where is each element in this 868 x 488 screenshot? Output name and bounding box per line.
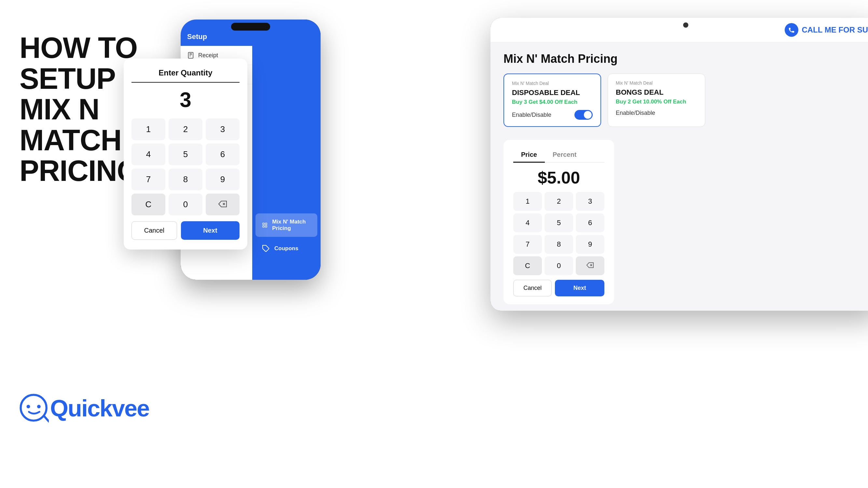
quantity-display: 3: [131, 88, 240, 112]
numpad-4[interactable]: 4: [131, 143, 165, 165]
deal-card-bongs[interactable]: Mix N' Match Deal BONGS DEAL Buy 2 Get 1…: [608, 73, 705, 127]
numpad-8[interactable]: 8: [168, 168, 203, 190]
deal-label-2: Mix N' Match Deal: [616, 80, 697, 86]
tablet-camera: [683, 23, 688, 28]
deal-toggle-label-1: Enable/Disable: [512, 111, 551, 119]
numpad-7[interactable]: 7: [131, 168, 165, 190]
backspace-icon: [218, 201, 227, 207]
deal-toggle-1[interactable]: [575, 110, 593, 120]
numpad-3[interactable]: 3: [206, 119, 240, 140]
numpad-9[interactable]: 9: [206, 168, 240, 190]
phone-bottom-menu: Mix N' Match Pricing Coupons: [252, 214, 320, 260]
tablet-content: Mix N' Match Pricing Mix N' Match Deal D…: [491, 42, 868, 311]
calc-6[interactable]: 6: [576, 214, 604, 232]
numpad-6[interactable]: 6: [206, 143, 240, 165]
tablet-frame: CALL ME FOR SU Mix N' Match Pricing Mix …: [491, 18, 868, 311]
calc-2[interactable]: 2: [545, 192, 573, 211]
numpad-0[interactable]: 0: [168, 194, 203, 215]
deal-desc-2: Buy 2 Get 10.00% Off Each: [616, 99, 697, 105]
heading-line2: MIX N MATCH: [20, 93, 121, 157]
deal-desc-1: Buy 3 Get $4.00 Off Each: [512, 99, 593, 105]
phone-notch: [231, 23, 270, 31]
svg-rect-12: [265, 225, 267, 227]
quickvee-logo: Quickvee: [20, 394, 149, 423]
receipt-icon: [187, 52, 194, 59]
coupons-label: Coupons: [274, 245, 299, 252]
phone-icon: [788, 26, 795, 33]
calc-1[interactable]: 1: [513, 192, 542, 211]
calc-next-button[interactable]: Next: [555, 280, 604, 296]
deal-toggle-row-1: Enable/Disable: [512, 110, 593, 120]
svg-rect-4: [188, 53, 193, 58]
svg-rect-9: [262, 223, 264, 225]
calc-tabs: Price Percent: [513, 148, 604, 163]
toggle-knob-1: [584, 111, 592, 119]
svg-point-0: [21, 395, 46, 421]
receipt-label: Receipt: [198, 52, 218, 59]
calc-numpad: 1 2 3 4 5 6 7 8 9 C 0: [513, 192, 604, 275]
modal-next-button[interactable]: Next: [181, 221, 240, 240]
svg-line-3: [44, 416, 49, 421]
numpad-5[interactable]: 5: [168, 143, 203, 165]
deal-card-disposable[interactable]: Mix N' Match Deal DISPOSABLE DEAL Buy 3 …: [503, 73, 601, 127]
numpad-clear[interactable]: C: [131, 194, 165, 215]
calc-9[interactable]: 9: [576, 235, 604, 254]
call-icon: [785, 23, 798, 37]
enter-quantity-modal: Enter Quantity 3 1 2 3 4 5 6 7 8 9 C 0 C…: [124, 59, 247, 250]
modal-cancel-button[interactable]: Cancel: [131, 221, 177, 240]
phone-menu-coupons[interactable]: Coupons: [255, 239, 317, 258]
numpad-1[interactable]: 1: [131, 119, 165, 140]
grid-icon: [262, 221, 268, 229]
svg-point-1: [27, 405, 30, 408]
svg-rect-10: [265, 223, 267, 225]
tablet-screen: CALL ME FOR SU Mix N' Match Pricing Mix …: [491, 18, 868, 311]
phone-blue-area: Mix N' Match Pricing Coupons: [252, 20, 320, 280]
numpad-2[interactable]: 2: [168, 119, 203, 140]
calc-4[interactable]: 4: [513, 214, 542, 232]
calc-clear[interactable]: C: [513, 256, 542, 275]
svg-rect-11: [262, 225, 264, 227]
calc-actions: Cancel Next: [513, 280, 604, 296]
calc-display: $5.00: [513, 168, 604, 187]
call-me-button[interactable]: CALL ME FOR SU: [785, 23, 868, 37]
tag-icon: [262, 245, 270, 253]
deal-cards-container: Mix N' Match Deal DISPOSABLE DEAL Buy 3 …: [503, 73, 868, 127]
tablet-device: CALL ME FOR SU Mix N' Match Pricing Mix …: [491, 18, 868, 311]
page-title: Mix N' Match Pricing: [503, 52, 868, 66]
quickvee-logo-text: Quickvee: [50, 395, 149, 422]
deal-toggle-label-2: Enable/Disable: [616, 110, 655, 117]
tab-percent[interactable]: Percent: [545, 148, 584, 162]
calc-backspace[interactable]: [576, 256, 604, 275]
sidebar-setup-label: Setup: [187, 33, 207, 41]
numpad: 1 2 3 4 5 6 7 8 9 C 0: [131, 119, 240, 215]
price-calculator: Price Percent $5.00 1 2 3 4 5 6 7 8 9: [503, 140, 614, 304]
numpad-backspace[interactable]: [206, 194, 240, 215]
mix-match-label: Mix N' Match Pricing: [272, 219, 311, 232]
tablet-header: CALL ME FOR SU: [491, 18, 868, 42]
calc-7[interactable]: 7: [513, 235, 542, 254]
tab-price[interactable]: Price: [513, 148, 545, 163]
quickvee-logo-icon: [20, 394, 49, 423]
deal-name-2: BONGS DEAL: [616, 88, 697, 97]
calc-cancel-button[interactable]: Cancel: [513, 280, 552, 296]
calc-backspace-icon: [587, 262, 594, 268]
calc-3[interactable]: 3: [576, 192, 604, 211]
svg-point-2: [37, 405, 41, 408]
deal-toggle-row-2: Enable/Disable: [616, 110, 697, 117]
calc-5[interactable]: 5: [545, 214, 573, 232]
deal-name-1: DISPOSABLE DEAL: [512, 89, 593, 97]
deal-label-1: Mix N' Match Deal: [512, 81, 593, 86]
modal-title: Enter Quantity: [131, 68, 240, 83]
calc-8[interactable]: 8: [545, 235, 573, 254]
modal-actions: Cancel Next: [131, 221, 240, 240]
phone-menu-mix-match[interactable]: Mix N' Match Pricing: [255, 214, 317, 237]
heading-line1: HOW TO SETUP: [20, 32, 137, 95]
call-me-label: CALL ME FOR SU: [802, 25, 868, 34]
calc-0[interactable]: 0: [545, 256, 573, 275]
